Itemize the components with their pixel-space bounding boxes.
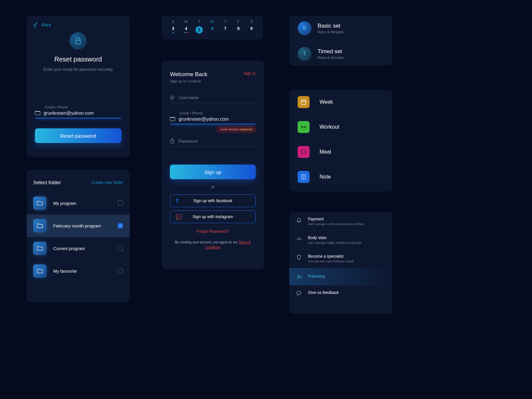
category-item-meal[interactable]: Meal — [289, 140, 392, 165]
email-input[interactable] — [44, 110, 121, 116]
setting-subtitle: Add, manage credit card payment method — [308, 222, 364, 226]
cal-date[interactable]: 8 — [233, 26, 243, 34]
folder-checkbox[interactable] — [118, 268, 123, 274]
setting-title: Give us feedback — [308, 290, 339, 295]
chevron-left-icon — [34, 22, 39, 28]
folder-icon — [33, 219, 47, 232]
signup-subtitle: Sign up to continue — [170, 79, 256, 83]
shield-icon — [297, 255, 302, 260]
cal-date[interactable]: 9 — [246, 26, 256, 34]
setting-title: Payment — [308, 217, 364, 221]
reset-password-button[interactable]: Reset password — [35, 128, 121, 143]
folder-item[interactable]: Current program — [27, 237, 130, 260]
note-icon — [298, 171, 310, 183]
setting-item-feedback[interactable]: Give us feedback — [289, 286, 392, 300]
reset-subtitle: Enter your email for password recovery — [35, 67, 121, 72]
welcome-title: Welcome Back — [170, 71, 207, 78]
set-item-basic[interactable]: B Basic set Reps & Weights — [289, 16, 392, 41]
email-label: Email / Phone — [180, 111, 256, 115]
chat-icon — [297, 291, 302, 296]
username-placeholder: Username — [179, 95, 199, 100]
signup-email-input[interactable] — [179, 116, 256, 122]
sets-card: B Basic set Reps & Weights T Timed set R… — [289, 16, 392, 66]
signin-link[interactable]: Sign in — [243, 71, 256, 76]
at-icon: @ — [170, 95, 175, 100]
cal-day-label: S — [246, 20, 256, 24]
forgot-password-link[interactable]: Forgot Password? — [170, 229, 256, 234]
cal-date[interactable]: 3 — [168, 26, 178, 34]
instagram-signup-button[interactable]: Sign up with instagram — [170, 210, 256, 223]
settings-card: Payment Add, manage credit card payment … — [289, 212, 392, 314]
setting-subtitle: You can earn upto 500$ per month — [308, 260, 354, 263]
folder-label: February month program — [53, 223, 111, 228]
terms-text: By creating your account, you agree to o… — [170, 240, 256, 250]
set-subtitle: Reps & Weights — [318, 30, 344, 34]
cal-day-label: T — [194, 20, 204, 24]
folder-label: My favourite — [53, 269, 111, 274]
folder-item[interactable]: My program — [27, 192, 130, 214]
set-subtitle: Reps & Duration — [318, 56, 344, 60]
setting-title: Body stats — [308, 235, 362, 240]
stats-icon — [297, 236, 302, 241]
folder-item[interactable]: My favourite — [27, 260, 130, 282]
lock-icon — [170, 138, 175, 144]
reset-title: Reset password — [35, 56, 121, 63]
folder-label: My program — [53, 201, 111, 206]
reset-password-card: Back Reset password Enter your email for… — [27, 16, 130, 157]
folder-title: Select folder — [33, 180, 61, 185]
cal-day-label: F — [233, 20, 243, 24]
mail-icon — [170, 117, 175, 121]
setting-item-payment[interactable]: Payment Add, manage credit card payment … — [289, 212, 392, 231]
email-field-label: Email / Phone — [45, 105, 121, 109]
cal-day-label: T — [220, 20, 230, 24]
setting-item-specialist[interactable]: Become a specialist You can earn upto 50… — [289, 249, 392, 268]
or-separator: or — [170, 185, 256, 189]
calendar-card: S M T W T F S 3 4 5 6 7 8 9 — [162, 16, 263, 40]
username-field[interactable]: @ Username — [170, 95, 256, 103]
instagram-icon — [176, 214, 182, 219]
cloud-icon — [298, 146, 310, 158]
cal-date[interactable]: 7 — [220, 26, 230, 34]
set-avatar: B — [298, 21, 312, 35]
cal-day-label: M — [181, 20, 191, 24]
category-item-note[interactable]: Note — [289, 165, 392, 189]
signup-button[interactable]: Sign up — [170, 165, 256, 179]
cal-date[interactable]: 4 — [181, 26, 191, 34]
category-item-workout[interactable]: Workout — [289, 115, 392, 140]
create-folder-link[interactable]: Create new folder — [91, 180, 123, 185]
facebook-icon: f — [176, 198, 178, 204]
folder-icon — [33, 197, 47, 210]
folder-label: Current program — [53, 246, 111, 251]
folder-checkbox[interactable] — [118, 223, 123, 228]
folder-checkbox[interactable] — [118, 246, 123, 251]
category-label: Note — [320, 174, 331, 180]
folder-icon — [33, 242, 47, 255]
category-label: Workout — [320, 124, 339, 130]
svg-point-4 — [298, 275, 300, 277]
folder-icon — [33, 264, 47, 278]
set-title: Timed set — [318, 48, 344, 55]
password-field[interactable]: Password — [170, 138, 256, 147]
password-placeholder: Password — [179, 139, 198, 144]
facebook-signup-button[interactable]: f Sign up with facebook — [170, 195, 256, 207]
users-icon — [297, 275, 302, 279]
setting-title: Following — [308, 274, 325, 279]
back-label: Back — [42, 22, 51, 27]
set-item-timed[interactable]: T Timed set Reps & Duration — [289, 41, 392, 66]
svg-rect-2 — [301, 100, 306, 104]
lock-icon — [69, 32, 87, 50]
mail-icon — [35, 111, 40, 115]
svg-rect-0 — [76, 40, 80, 44]
setting-subtitle: Add, manage height, weight & body type — [308, 241, 362, 244]
dumbbell-icon — [298, 121, 310, 133]
cal-day-label: W — [207, 20, 217, 24]
back-button[interactable]: Back — [35, 22, 121, 27]
setting-item-bodystats[interactable]: Body stats Add, manage height, weight & … — [289, 231, 392, 249]
setting-item-following[interactable]: Following — [289, 268, 392, 286]
categories-card: Week Workout Meal Note — [289, 90, 392, 192]
cal-date-today[interactable]: 5 — [194, 26, 204, 34]
category-item-week[interactable]: Week — [289, 90, 392, 115]
cal-date[interactable]: 6 — [207, 26, 217, 34]
folder-checkbox[interactable] — [118, 200, 123, 206]
folder-item[interactable]: February month program — [27, 214, 130, 237]
